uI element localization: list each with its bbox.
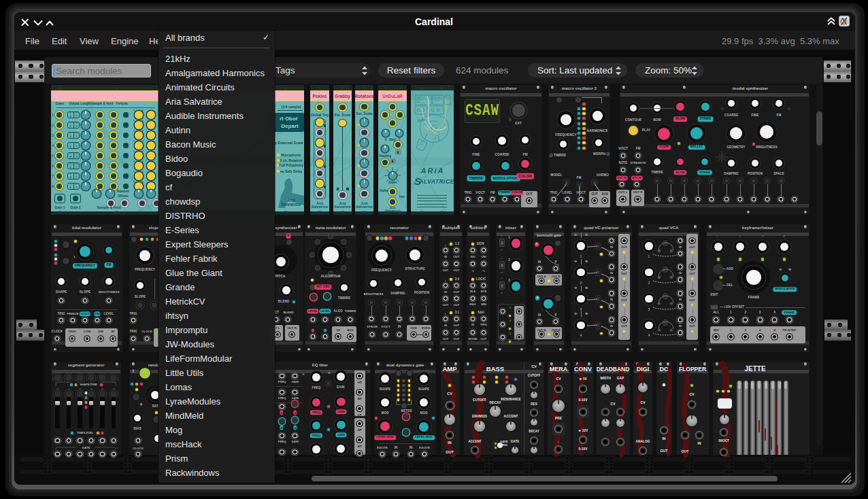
svg-text:dokk: dokk — [417, 117, 427, 123]
